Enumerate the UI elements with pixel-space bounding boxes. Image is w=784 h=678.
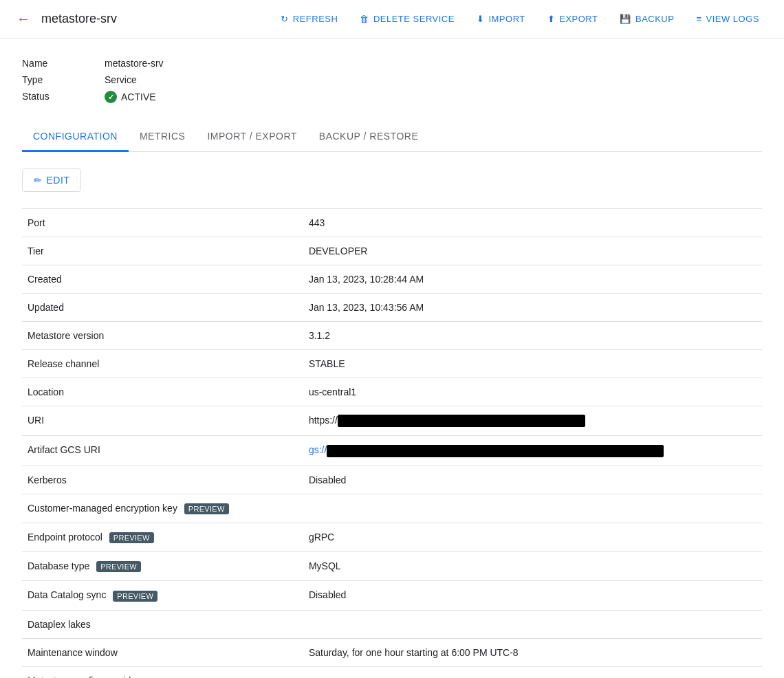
table-row: Customer-managed encryption key PREVIEW [22,494,762,523]
service-info: Name metastore-srv Type Service Status A… [22,55,762,106]
tab-backup-restore[interactable]: BACKUP / RESTORE [308,122,429,152]
config-key: Dataplex lakes [22,610,303,638]
tabs: CONFIGURATION METRICS IMPORT / EXPORT BA… [22,122,762,152]
config-value: Jan 13, 2023, 10:43:56 AM [303,294,762,322]
table-row: Maintenance window Saturday, for one hou… [22,638,762,666]
type-label: Type [22,74,105,85]
backup-icon: 💾 [620,14,631,24]
config-key: Tier [22,237,303,265]
topbar: ← metastore-srv ↻ REFRESH 🗑 DELETE SERVI… [0,0,784,39]
export-icon: ⬆ [547,14,556,24]
config-key: Created [22,265,303,294]
preview-badge: PREVIEW [109,532,154,543]
status-badge: ACTIVE [105,91,156,103]
artifact-uri-redacted [327,445,664,457]
config-value: Disabled [303,466,762,494]
config-key: Maintenance window [22,638,303,666]
delete-service-button[interactable]: 🗑 DELETE SERVICE [351,10,463,28]
config-value: STABLE [303,350,762,378]
uri-prefix: https:// [309,415,338,426]
table-row: URI https:// [22,406,762,436]
artifact-gcs-uri-link[interactable]: gs:// [309,444,327,455]
config-value: https:// [303,406,762,436]
export-button[interactable]: ⬆ EXPORT [539,10,607,28]
status-label: Status [22,91,105,103]
config-value [303,666,762,678]
table-row: Metastore version 3.1.2 [22,322,762,350]
type-value: Service [105,74,137,85]
config-table: Port 443 Tier DEVELOPER Created Jan 13, … [22,208,762,678]
info-row-status: Status ACTIVE [22,88,762,106]
table-row: Dataplex lakes [22,610,762,638]
config-value [303,610,762,638]
info-row-name: Name metastore-srv [22,55,762,72]
backup-button[interactable]: 💾 BACKUP [611,10,682,28]
preview-badge: PREVIEW [113,591,157,602]
config-value: DEVELOPER [303,237,762,265]
uri-redacted [338,415,585,427]
config-value: gs:// [303,436,762,466]
config-key: Updated [22,294,303,322]
config-key: Customer-managed encryption key PREVIEW [22,494,303,523]
config-key: Metastore config overrides [22,666,303,678]
config-key: Database type PREVIEW [22,552,303,581]
info-row-type: Type Service [22,72,762,88]
config-value: Saturday, for one hour starting at 6:00 … [303,638,762,666]
table-row: Endpoint protocol PREVIEW gRPC [22,523,762,551]
table-row: Tier DEVELOPER [22,237,762,265]
pencil-icon: ✏ [34,175,43,186]
delete-icon: 🗑 [360,14,369,24]
config-key: Kerberos [22,466,303,494]
table-row: Location us-central1 [22,378,762,406]
edit-button[interactable]: ✏ EDIT [22,168,81,192]
config-value: us-central1 [303,378,762,406]
name-value: metastore-srv [105,58,164,69]
back-button[interactable]: ← [17,11,30,27]
config-value: Disabled [303,581,762,610]
config-key: URI [22,406,303,436]
config-value: gRPC [303,523,762,551]
table-row: Release channel STABLE [22,350,762,378]
config-key: Metastore version [22,322,303,350]
config-key: Release channel [22,350,303,378]
import-button[interactable]: ⬇ IMPORT [468,10,534,28]
config-value [303,494,762,523]
config-key: Port [22,209,303,237]
status-active-icon [105,91,117,103]
table-row: Created Jan 13, 2023, 10:28:44 AM [22,265,762,294]
name-label: Name [22,58,105,69]
config-value: 3.1.2 [303,322,762,350]
config-key: Endpoint protocol PREVIEW [22,523,303,551]
tab-import-export[interactable]: IMPORT / EXPORT [196,122,307,152]
config-value: 443 [303,209,762,237]
refresh-icon: ↻ [281,14,289,24]
page-title: metastore-srv [41,12,117,26]
import-icon: ⬇ [477,14,485,24]
main-content: Name metastore-srv Type Service Status A… [0,39,784,678]
config-key: Artifact GCS URI [22,436,303,466]
logs-icon: ≡ [696,14,701,24]
table-row: Artifact GCS URI gs:// [22,436,762,466]
table-row: Updated Jan 13, 2023, 10:43:56 AM [22,294,762,322]
refresh-button[interactable]: ↻ REFRESH [272,10,346,28]
preview-badge: PREVIEW [96,561,141,572]
table-row: Metastore config overrides [22,666,762,678]
config-value: Jan 13, 2023, 10:28:44 AM [303,265,762,294]
tab-configuration[interactable]: CONFIGURATION [22,122,129,152]
config-key: Location [22,378,303,406]
view-logs-button[interactable]: ≡ VIEW LOGS [688,10,767,28]
tab-metrics[interactable]: METRICS [129,122,197,152]
config-value: MySQL [303,552,762,581]
table-row: Data Catalog sync PREVIEW Disabled [22,581,762,610]
table-row: Database type PREVIEW MySQL [22,552,762,581]
config-key: Data Catalog sync PREVIEW [22,581,303,610]
table-row: Port 443 [22,209,762,237]
topbar-actions: ↻ REFRESH 🗑 DELETE SERVICE ⬇ IMPORT ⬆ EX… [272,10,767,28]
status-value: ACTIVE [121,91,156,102]
preview-badge: PREVIEW [184,503,229,514]
table-row: Kerberos Disabled [22,466,762,494]
